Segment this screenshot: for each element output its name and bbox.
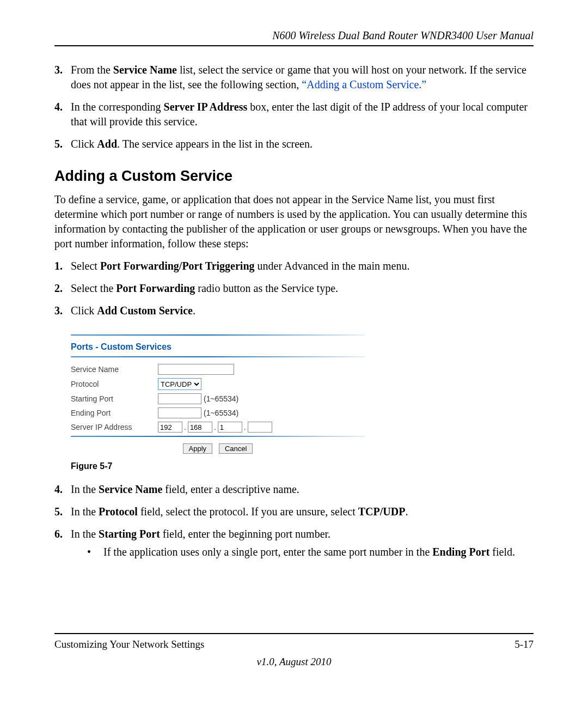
step-number: 2. [54, 281, 71, 296]
service-name-input[interactable] [158, 364, 234, 375]
form-title: Ports - Custom Services [71, 342, 365, 352]
text: In the [71, 506, 99, 518]
label-server-ip: Server IP Address [71, 423, 158, 431]
bold-term: Port Forwarding [116, 282, 195, 294]
text: field, enter a descriptive name. [162, 483, 299, 495]
text: Select [71, 260, 100, 272]
bold-term: Server IP Address [164, 101, 248, 113]
step-number: 3. [54, 303, 71, 318]
port-range-hint: (1~65534) [204, 394, 238, 403]
step-body: Select Port Forwarding/Port Triggering u… [71, 259, 534, 273]
bold-term: Add Custom Service [97, 305, 193, 317]
ip-separator: . [244, 423, 246, 431]
bold-term: Port Forwarding/Port Triggering [100, 260, 255, 272]
step-number: 1. [54, 259, 71, 273]
ip-octet-2-input[interactable] [188, 422, 212, 433]
step-number: 4. [54, 482, 71, 497]
section-heading: Adding a Custom Service [54, 168, 534, 185]
bold-term: Add [97, 138, 117, 150]
embedded-form-screenshot: Ports - Custom Services Service Name Pro… [71, 334, 365, 454]
decorative-rule [71, 356, 365, 357]
text: field. [489, 546, 515, 558]
text: under Advanced in the main menu. [255, 260, 410, 272]
footer-version: v1.0, August 2010 [54, 656, 534, 668]
cross-ref-link[interactable]: “Adding a Custom Service.” [302, 78, 426, 90]
text: In the [71, 528, 99, 540]
ip-octet-1-input[interactable] [158, 422, 182, 433]
ip-octet-3-input[interactable] [218, 422, 242, 433]
label-service-name: Service Name [71, 365, 158, 374]
figure-caption: Figure 5-7 [71, 461, 534, 471]
footer-chapter: Customizing Your Network Settings [54, 638, 205, 650]
text: field, enter the beginning port number. [160, 528, 330, 540]
bullet-icon: • [87, 545, 103, 559]
text: If the application uses only a single po… [103, 546, 432, 558]
text: Select the [71, 282, 116, 294]
step-number: 5. [54, 137, 71, 151]
text: In the corresponding [71, 101, 164, 113]
apply-button[interactable]: Apply [183, 443, 213, 454]
bold-term: TCP/UDP [358, 506, 406, 518]
step-body: Select the Port Forwarding radio button … [71, 281, 534, 296]
step-number: 5. [54, 504, 71, 519]
protocol-select[interactable]: TCP/UDP [158, 378, 201, 390]
step-body: In the corresponding Server IP Address b… [71, 100, 534, 129]
bold-term: Service Name [99, 483, 162, 495]
label-ending-port: Ending Port [71, 409, 158, 417]
text: Click [71, 305, 97, 317]
ip-separator: . [184, 423, 186, 431]
step-number: 6. [54, 527, 71, 559]
text: radio button as the Service type. [195, 282, 338, 294]
ending-port-input[interactable] [158, 407, 201, 418]
text: From the [71, 64, 113, 76]
text: Click [71, 138, 97, 150]
step-body: In the Starting Port field, enter the be… [71, 527, 534, 559]
step-body: In the Protocol field, select the protoc… [71, 504, 534, 519]
decorative-rule [71, 436, 365, 437]
header-rule [54, 45, 534, 46]
step-body: From the Service Name list, select the s… [71, 63, 534, 92]
page-header: N600 Wireless Dual Band Router WNDR3400 … [54, 29, 534, 42]
step-body: In the Service Name field, enter a descr… [71, 482, 534, 497]
ip-separator: . [214, 423, 216, 431]
text: In the [71, 483, 99, 495]
step-body: Click Add Custom Service. [71, 303, 534, 318]
bullet-body: If the application uses only a single po… [103, 545, 515, 559]
text: . [405, 506, 408, 518]
step-body: Click Add. The service appears in the li… [71, 137, 534, 151]
label-protocol: Protocol [71, 380, 158, 388]
step-number: 4. [54, 100, 71, 129]
footer-page-number: 5-17 [514, 638, 534, 650]
bold-term: Service Name [113, 64, 177, 76]
starting-port-input[interactable] [158, 393, 201, 404]
ip-octet-4-input[interactable] [248, 422, 272, 433]
decorative-rule [71, 334, 365, 336]
port-range-hint: (1~65534) [204, 409, 238, 417]
footer-rule [54, 633, 534, 634]
step-number: 3. [54, 63, 71, 92]
section-intro: To define a service, game, or applicatio… [54, 192, 534, 251]
cancel-button[interactable]: Cancel [219, 443, 253, 454]
text: . [193, 305, 195, 317]
bold-term: Starting Port [99, 528, 160, 540]
text: field, select the protocol. If you are u… [138, 506, 358, 518]
label-starting-port: Starting Port [71, 394, 158, 403]
text: . The service appears in the list in the… [117, 138, 313, 150]
bold-term: Protocol [99, 506, 138, 518]
bold-term: Ending Port [432, 546, 489, 558]
